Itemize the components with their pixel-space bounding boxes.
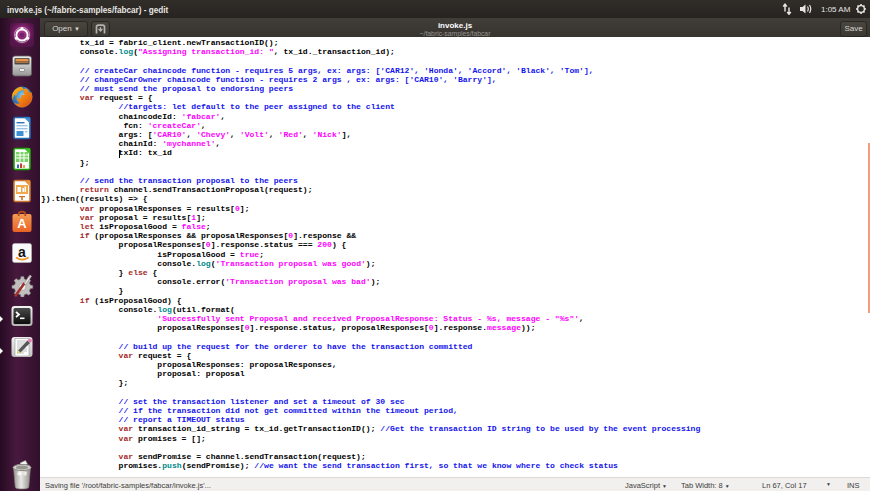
svg-text:a: a [18, 244, 26, 260]
svg-text:A: A [17, 216, 27, 231]
